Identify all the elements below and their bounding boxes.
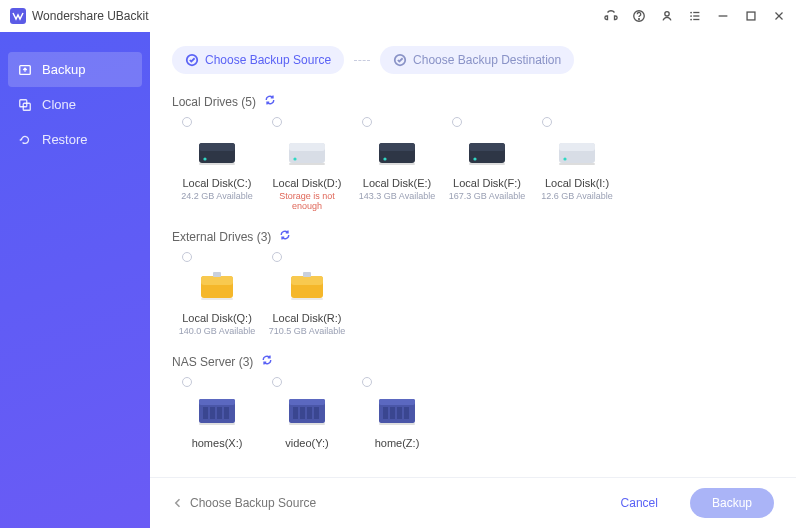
- svg-rect-65: [404, 407, 409, 419]
- drive-subtext: 167.3 GB Available: [449, 191, 525, 201]
- footer-hint: Choose Backup Source: [172, 496, 316, 510]
- svg-rect-55: [293, 407, 298, 419]
- svg-rect-44: [303, 272, 311, 277]
- drive-item[interactable]: video(Y:): [262, 375, 352, 455]
- drive-radio[interactable]: [182, 117, 192, 127]
- drive-label: video(Y:): [285, 437, 328, 449]
- drive-subtext: 24.2 GB Available: [181, 191, 252, 201]
- cancel-button[interactable]: Cancel: [599, 488, 680, 518]
- restore-icon: [18, 133, 32, 147]
- drive-label: home(Z:): [375, 437, 420, 449]
- nas-drive-grid: homes(X:) video(Y:) home(Z:): [172, 375, 774, 455]
- svg-point-1: [639, 19, 640, 20]
- drive-label: Local Disk(F:): [453, 177, 521, 189]
- svg-rect-29: [379, 163, 415, 165]
- user-icon[interactable]: [660, 9, 674, 23]
- drive-label: Local Disk(I:): [545, 177, 609, 189]
- app-title: Wondershare UBackit: [32, 9, 149, 23]
- section-local-title: Local Drives (5): [172, 95, 256, 109]
- check-circle-icon: [393, 53, 407, 67]
- svg-rect-62: [383, 407, 388, 419]
- svg-point-20: [203, 157, 206, 160]
- svg-point-28: [383, 157, 386, 160]
- svg-point-24: [293, 157, 296, 160]
- section-nas-header: NAS Server (3): [172, 354, 774, 369]
- drive-radio[interactable]: [272, 252, 282, 262]
- svg-rect-54: [289, 399, 325, 405]
- drive-item[interactable]: Local Disk(R:) 710.5 GB Available: [262, 250, 352, 342]
- drive-item[interactable]: Local Disk(D:) Storage is not enough: [262, 115, 352, 217]
- backup-button[interactable]: Backup: [690, 488, 774, 518]
- section-local-header: Local Drives (5): [172, 94, 774, 109]
- drive-radio[interactable]: [182, 377, 192, 387]
- chevron-left-icon: [172, 497, 184, 509]
- drive-item[interactable]: Local Disk(F:) 167.3 GB Available: [442, 115, 532, 217]
- drive-radio[interactable]: [452, 117, 462, 127]
- drive-area[interactable]: Local Drives (5) Local Disk(C:) 24.2 GB …: [150, 82, 796, 477]
- menu-icon[interactable]: [688, 9, 702, 23]
- app-logo-icon: [10, 8, 26, 24]
- section-nas-title: NAS Server (3): [172, 355, 253, 369]
- svg-rect-33: [469, 163, 505, 165]
- close-icon[interactable]: [772, 9, 786, 23]
- drive-item[interactable]: home(Z:): [352, 375, 442, 455]
- drive-item[interactable]: Local Disk(C:) 24.2 GB Available: [172, 115, 262, 217]
- content: Choose Backup Source Choose Backup Desti…: [150, 32, 796, 528]
- titlebar: Wondershare UBackit: [0, 0, 796, 32]
- drive-item[interactable]: homes(X:): [172, 375, 262, 455]
- svg-rect-51: [224, 407, 229, 419]
- footer-actions: Cancel Backup: [599, 488, 774, 518]
- drive-radio[interactable]: [272, 117, 282, 127]
- svg-rect-58: [314, 407, 319, 419]
- step-source-label: Choose Backup Source: [205, 53, 331, 67]
- step-source[interactable]: Choose Backup Source: [172, 46, 344, 74]
- drive-label: Local Disk(R:): [272, 312, 341, 324]
- svg-rect-43: [291, 276, 323, 285]
- drive-icon: [193, 266, 241, 306]
- step-destination[interactable]: Choose Backup Destination: [380, 46, 574, 74]
- drive-item[interactable]: Local Disk(I:) 12.6 GB Available: [532, 115, 622, 217]
- help-icon[interactable]: [632, 9, 646, 23]
- drive-label: Local Disk(C:): [182, 177, 251, 189]
- titlebar-left: Wondershare UBackit: [10, 8, 149, 24]
- refresh-icon[interactable]: [261, 354, 273, 369]
- svg-rect-59: [289, 423, 325, 425]
- svg-point-5: [690, 15, 692, 17]
- titlebar-actions: [604, 9, 786, 23]
- sidebar-item-restore[interactable]: Restore: [0, 122, 150, 157]
- drive-icon: [373, 391, 421, 431]
- drive-icon: [283, 391, 331, 431]
- drive-item[interactable]: Local Disk(Q:) 140.0 GB Available: [172, 250, 262, 342]
- drive-item[interactable]: Local Disk(E:) 143.3 GB Available: [352, 115, 442, 217]
- local-drive-grid: Local Disk(C:) 24.2 GB Available Local D…: [172, 115, 774, 217]
- drive-radio[interactable]: [362, 117, 372, 127]
- svg-point-32: [473, 157, 476, 160]
- svg-rect-63: [390, 407, 395, 419]
- drive-subtext: 143.3 GB Available: [359, 191, 435, 201]
- drive-label: Local Disk(E:): [363, 177, 431, 189]
- refresh-icon[interactable]: [264, 94, 276, 109]
- svg-rect-37: [559, 163, 595, 165]
- footer: Choose Backup Source Cancel Backup: [150, 477, 796, 528]
- svg-rect-45: [291, 298, 323, 300]
- refresh-icon[interactable]: [279, 229, 291, 244]
- minimize-icon[interactable]: [716, 9, 730, 23]
- svg-rect-57: [307, 407, 312, 419]
- drive-radio[interactable]: [272, 377, 282, 387]
- svg-rect-25: [289, 163, 325, 165]
- svg-point-3: [690, 12, 692, 14]
- drive-subtext: 140.0 GB Available: [179, 326, 255, 336]
- drive-label: homes(X:): [192, 437, 243, 449]
- maximize-icon[interactable]: [744, 9, 758, 23]
- drive-radio[interactable]: [182, 252, 192, 262]
- backup-icon: [18, 63, 32, 77]
- drive-subtext: 710.5 GB Available: [269, 326, 345, 336]
- svg-rect-35: [559, 143, 595, 151]
- sidebar-item-backup[interactable]: Backup: [8, 52, 142, 87]
- support-icon[interactable]: [604, 9, 618, 23]
- svg-rect-61: [379, 399, 415, 405]
- drive-radio[interactable]: [542, 117, 552, 127]
- drive-radio[interactable]: [362, 377, 372, 387]
- sidebar-item-clone[interactable]: Clone: [0, 87, 150, 122]
- sidebar-item-label: Restore: [42, 132, 88, 147]
